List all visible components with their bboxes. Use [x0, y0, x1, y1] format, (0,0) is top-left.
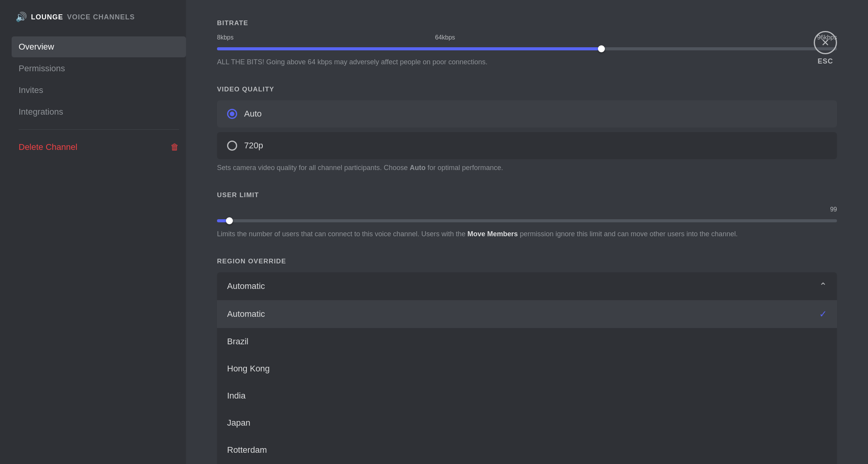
trash-icon: 🗑 — [170, 142, 179, 152]
bitrate-slider-container[interactable] — [217, 45, 837, 53]
radio-720p-label: 720p — [244, 141, 263, 151]
sidebar-item-delete-channel[interactable]: Delete Channel 🗑 — [12, 137, 186, 158]
user-limit-label: USER LIMIT — [217, 191, 837, 199]
user-limit-slider-track — [217, 219, 837, 222]
sidebar-header: 🔊 LOUNGE VOICE CHANNELS — [12, 12, 186, 22]
region-dropdown-selected[interactable]: Automatic ⌃ — [217, 272, 837, 300]
sidebar-divider — [19, 129, 179, 130]
region-option-brazil[interactable]: Brazil — [217, 328, 837, 355]
radio-720p[interactable]: 720p — [217, 132, 837, 159]
bitrate-section: BITRATE 8kbps 64kbps 96kbps ALL THE BITS… — [217, 19, 837, 66]
sidebar-item-overview[interactable]: Overview — [12, 36, 186, 57]
region-option-hong-kong[interactable]: Hong Kong — [217, 355, 837, 382]
sidebar-item-integrations[interactable]: Integrations — [12, 101, 186, 122]
user-limit-slider-thumb[interactable] — [226, 217, 233, 224]
video-quality-label: VIDEO QUALITY — [217, 86, 837, 93]
region-option-rotterdam[interactable]: Rotterdam — [217, 437, 837, 464]
region-section: REGION OVERRIDE Automatic ⌃ Automatic ✓ … — [217, 258, 837, 464]
bitrate-slider-labels: 8kbps 64kbps 96kbps — [217, 34, 837, 41]
user-limit-slider-container[interactable] — [217, 217, 837, 225]
esc-button[interactable]: ✕ ESC — [814, 31, 837, 65]
user-limit-section: USER LIMIT 99 Limits the number of users… — [217, 191, 837, 238]
checkmark-icon: ✓ — [819, 309, 827, 320]
bitrate-label: BITRATE — [217, 19, 837, 27]
region-dropdown-list: Automatic ✓ Brazil Hong Kong India Japan… — [217, 300, 837, 464]
sidebar: 🔊 LOUNGE VOICE CHANNELS Overview Permiss… — [0, 0, 186, 464]
sidebar-channel-name: LOUNGE — [31, 13, 63, 21]
region-option-automatic[interactable]: Automatic ✓ — [217, 300, 837, 328]
video-quality-note: Sets camera video quality for all channe… — [217, 164, 837, 172]
radio-auto-label: Auto — [244, 109, 262, 119]
radio-720p-circle — [227, 141, 237, 151]
bitrate-slider-fill — [217, 47, 601, 50]
user-limit-max-label: 99 — [830, 206, 837, 213]
esc-icon: ✕ — [814, 31, 837, 54]
sidebar-item-permissions[interactable]: Permissions — [12, 58, 186, 79]
user-limit-slider-labels: 99 — [217, 206, 837, 213]
radio-auto[interactable]: Auto — [217, 100, 837, 127]
radio-auto-inner — [230, 112, 234, 116]
video-quality-section: VIDEO QUALITY Auto 720p Sets camera vide… — [217, 86, 837, 172]
voice-channel-icon: 🔊 — [16, 12, 27, 22]
bitrate-slider-track — [217, 47, 837, 50]
esc-label: ESC — [818, 57, 833, 65]
region-option-japan[interactable]: Japan — [217, 409, 837, 437]
region-option-india[interactable]: India — [217, 382, 837, 409]
bitrate-min-label: 8kbps — [217, 34, 234, 41]
region-selected-text: Automatic — [227, 281, 265, 291]
chevron-up-icon: ⌃ — [819, 281, 827, 292]
bitrate-slider-thumb[interactable] — [598, 45, 605, 52]
bitrate-current-label: 64kbps — [435, 34, 455, 41]
bitrate-note: ALL THE BITS! Going above 64 kbps may ad… — [217, 58, 837, 66]
sidebar-section-name: VOICE CHANNELS — [67, 13, 135, 21]
main-content: BITRATE 8kbps 64kbps 96kbps ALL THE BITS… — [186, 0, 868, 464]
sidebar-item-invites[interactable]: Invites — [12, 80, 186, 101]
radio-auto-circle — [227, 109, 237, 119]
sidebar-nav: Overview Permissions Invites Integration… — [12, 36, 186, 158]
region-override-label: REGION OVERRIDE — [217, 258, 837, 265]
user-limit-note: Limits the number of users that can conn… — [217, 230, 837, 238]
